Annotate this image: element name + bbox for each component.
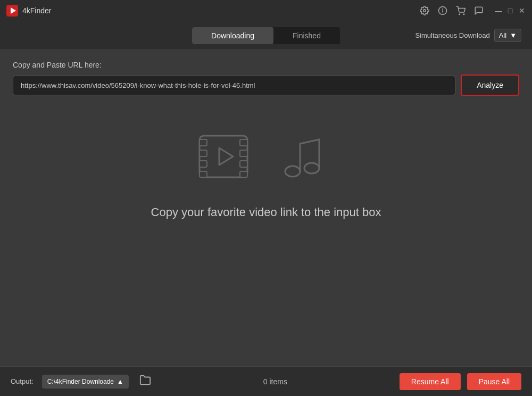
svg-point-18 [285, 166, 300, 177]
simultaneous-value: All [499, 31, 506, 39]
svg-marker-17 [219, 148, 233, 165]
svg-point-2 [423, 10, 426, 12]
items-count: 0 items [157, 377, 393, 386]
simultaneous-label: Simultaneous Download [415, 31, 489, 39]
svg-rect-12 [200, 171, 207, 177]
minimize-button[interactable]: — [495, 7, 502, 14]
simultaneous-select[interactable]: All ▼ [494, 29, 521, 42]
svg-rect-16 [240, 171, 247, 177]
svg-point-6 [459, 14, 460, 15]
output-path-text: C:\4kFinder Downloade [47, 378, 114, 385]
info-icon[interactable] [437, 5, 448, 16]
titlebar-icons: — □ ✕ [419, 5, 526, 16]
svg-rect-15 [240, 161, 247, 167]
titlebar: 4kFinder — [0, 0, 532, 21]
music-icon [277, 128, 340, 186]
svg-rect-10 [200, 150, 207, 156]
url-input-row: Analyze [13, 75, 519, 96]
maximize-button[interactable]: □ [506, 7, 514, 14]
output-path-button[interactable]: C:\4kFinder Downloade ▲ [42, 375, 129, 389]
settings-icon[interactable] [419, 5, 430, 16]
window-controls: — □ ✕ [495, 7, 526, 14]
titlebar-left: 4kFinder [6, 5, 51, 16]
svg-point-21 [304, 163, 319, 174]
output-label: Output: [11, 377, 34, 385]
app-logo-icon [6, 5, 18, 16]
svg-rect-13 [240, 139, 247, 146]
url-input[interactable] [13, 76, 455, 95]
resume-all-button[interactable]: Resume All [400, 373, 461, 390]
svg-rect-11 [200, 161, 207, 167]
illustration-area: Copy your favorite video link to the inp… [13, 128, 519, 219]
pause-all-button[interactable]: Pause All [467, 373, 521, 390]
simultaneous-group: Simultaneous Download All ▼ [415, 29, 521, 42]
tab-finished[interactable]: Finished [273, 27, 340, 44]
url-label: Copy and Paste URL here: [13, 61, 519, 69]
chevron-down-icon: ▼ [510, 31, 517, 39]
main-content: Copy and Paste URL here: Analyze [0, 50, 532, 230]
tab-downloading[interactable]: Downloading [192, 27, 273, 44]
svg-rect-14 [240, 150, 247, 156]
film-icon [192, 128, 261, 186]
svg-rect-9 [200, 139, 207, 146]
svg-line-20 [300, 139, 319, 144]
folder-open-icon[interactable] [139, 374, 151, 389]
tab-group: Downloading Finished [192, 27, 340, 44]
svg-point-7 [463, 14, 464, 15]
analyze-button[interactable]: Analyze [461, 75, 519, 96]
chevron-up-icon: ▲ [117, 378, 123, 385]
app-title: 4kFinder [22, 6, 51, 15]
illustration-icons [192, 128, 340, 186]
bottom-bar: Output: C:\4kFinder Downloade ▲ 0 items … [0, 366, 532, 396]
cart-icon[interactable] [455, 5, 466, 16]
close-button[interactable]: ✕ [518, 7, 526, 14]
toolbar: Downloading Finished Simultaneous Downlo… [0, 21, 532, 50]
chat-icon[interactable] [473, 5, 484, 16]
illustration-text: Copy your favorite video link to the inp… [151, 205, 381, 219]
url-section: Copy and Paste URL here: Analyze [13, 61, 519, 96]
